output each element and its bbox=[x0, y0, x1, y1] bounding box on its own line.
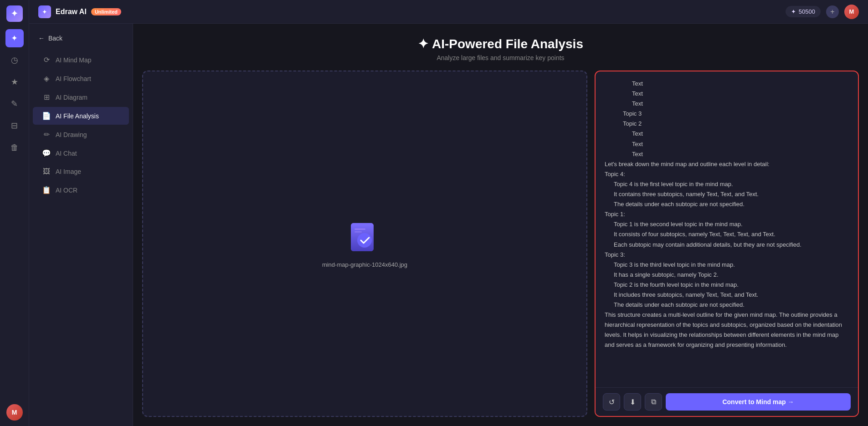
credits-value: 50500 bbox=[799, 8, 815, 15]
ai-mind-map-icon: ⟳ bbox=[42, 56, 51, 64]
page-subtitle: Analyze large files and summarize key po… bbox=[142, 54, 859, 61]
sidebar-item-ai-image[interactable]: 🖼 AI Image bbox=[33, 163, 129, 180]
icon-bar: ✦ ✦ ◷ ★ ✎ ⊟ 🗑 M bbox=[0, 0, 29, 426]
ai-ocr-icon: 📋 bbox=[42, 186, 51, 194]
sidebar-item-ai-file-analysis[interactable]: 📄 AI File Analysis bbox=[33, 107, 129, 125]
icon-bar-edit[interactable]: ✎ bbox=[5, 95, 24, 113]
back-button[interactable]: ← Back bbox=[29, 31, 133, 46]
result-line: Topic 1: bbox=[605, 209, 849, 219]
plus-button[interactable]: + bbox=[826, 5, 839, 18]
result-line: Topic 1 is the second level topic in the… bbox=[605, 219, 849, 229]
result-line: It has a single subtopic, namely Topic 2… bbox=[605, 270, 849, 280]
file-upload-icon bbox=[346, 219, 383, 256]
convert-button[interactable]: Convert to Mind map → bbox=[666, 393, 851, 411]
sidebar-item-ai-chat[interactable]: 💬 AI Chat bbox=[33, 144, 129, 162]
sidebar-item-ai-mind-map[interactable]: ⟳ AI Mind Map bbox=[33, 51, 129, 69]
brand-logo-icon: ✦ bbox=[38, 5, 51, 18]
result-line: Text bbox=[605, 139, 849, 149]
file-name-label: mind-map-graphic-1024x640.jpg bbox=[322, 261, 407, 268]
unlimited-badge: Unlimited bbox=[91, 8, 121, 15]
brand: ✦ Edraw AI Unlimited bbox=[38, 5, 121, 18]
ai-image-icon: 🖼 bbox=[42, 167, 51, 176]
top-header: ✦ Edraw AI Unlimited ✦ 50500 + M bbox=[29, 0, 868, 24]
file-icon-wrapper: mind-map-graphic-1024x640.jpg bbox=[322, 219, 407, 268]
user-avatar[interactable]: M bbox=[844, 5, 859, 19]
sidebar-item-ai-drawing[interactable]: ✏ AI Drawing bbox=[33, 126, 129, 143]
result-line: Text bbox=[605, 79, 849, 89]
page-header: ✦ AI-Powered File Analysis Analyze large… bbox=[133, 24, 868, 71]
icon-bar-layers[interactable]: ⊟ bbox=[5, 117, 24, 135]
svg-point-2 bbox=[357, 233, 372, 248]
sidebar-item-ai-ocr[interactable]: 📋 AI OCR bbox=[33, 181, 129, 199]
download-icon: ⬇ bbox=[630, 398, 636, 406]
main-container: ← Back ⟳ AI Mind Map ◈ AI Flowchart ⊞ AI… bbox=[29, 24, 868, 426]
result-line: Topic 3: bbox=[605, 250, 849, 260]
result-actions: ↺ ⬇ ⧉ Convert to Mind map → bbox=[596, 387, 858, 416]
app-logo-icon: ✦ bbox=[6, 5, 23, 22]
credits-icon: ✦ bbox=[791, 8, 796, 15]
result-line: It includes three subtopics, namely Text… bbox=[605, 290, 849, 300]
result-line: Each subtopic may contain additional det… bbox=[605, 240, 849, 250]
ai-file-analysis-icon: 📄 bbox=[42, 112, 51, 120]
download-button[interactable]: ⬇ bbox=[624, 393, 641, 411]
result-line: It consists of four subtopics, namely Te… bbox=[605, 229, 849, 239]
sidebar-item-ai-flowchart[interactable]: ◈ AI Flowchart bbox=[33, 70, 129, 87]
credits-display: ✦ 50500 bbox=[786, 6, 821, 17]
result-line: Topic 4: bbox=[605, 169, 849, 179]
copy-icon: ⧉ bbox=[651, 398, 656, 406]
main-panels: mind-map-graphic-1024x640.jpg TextTextTe… bbox=[133, 71, 868, 426]
icon-bar-ai-tools[interactable]: ✦ bbox=[5, 29, 24, 47]
brand-name: Edraw AI bbox=[56, 8, 87, 16]
file-panel[interactable]: mind-map-graphic-1024x640.jpg bbox=[142, 71, 587, 417]
result-line: Text bbox=[605, 129, 849, 139]
sidebar-item-ai-diagram[interactable]: ⊞ AI Diagram bbox=[33, 88, 129, 106]
result-line: This structure creates a multi-level out… bbox=[605, 310, 849, 350]
ai-chat-icon: 💬 bbox=[42, 149, 51, 157]
sidebar: ← Back ⟳ AI Mind Map ◈ AI Flowchart ⊞ AI… bbox=[29, 24, 133, 426]
ai-flowchart-icon: ◈ bbox=[42, 74, 51, 83]
result-line: Topic 3 bbox=[605, 109, 849, 119]
copy-button[interactable]: ⧉ bbox=[645, 393, 662, 411]
page-title: ✦ AI-Powered File Analysis bbox=[142, 36, 859, 51]
result-line: Topic 3 is the third level topic in the … bbox=[605, 260, 849, 270]
result-line: Topic 2 bbox=[605, 119, 849, 129]
result-line: Text bbox=[605, 89, 849, 99]
icon-bar-history[interactable]: ◷ bbox=[5, 51, 24, 69]
icon-bar-favorites[interactable]: ★ bbox=[5, 73, 24, 91]
refresh-button[interactable]: ↺ bbox=[603, 393, 620, 411]
result-line: Text bbox=[605, 99, 849, 109]
result-content[interactable]: TextTextTextTopic 3Topic 2TextTextTextLe… bbox=[596, 71, 858, 387]
result-line: Let's break down the mind map and outlin… bbox=[605, 159, 849, 169]
result-panel: TextTextTextTopic 3Topic 2TextTextTextLe… bbox=[595, 71, 859, 417]
ai-drawing-icon: ✏ bbox=[42, 130, 51, 139]
result-line: It contains three subtopics, namely Text… bbox=[605, 189, 849, 199]
result-line: Topic 4 is the first level topic in the … bbox=[605, 179, 849, 189]
svg-rect-4 bbox=[354, 231, 362, 233]
svg-rect-3 bbox=[354, 228, 365, 230]
icon-bar-trash[interactable]: 🗑 bbox=[5, 138, 24, 157]
result-line: The details under each subtopic are not … bbox=[605, 300, 849, 310]
result-line: The details under each subtopic are not … bbox=[605, 199, 849, 209]
back-arrow-icon: ← bbox=[38, 35, 45, 42]
header-right: ✦ 50500 + M bbox=[786, 5, 859, 19]
ai-diagram-icon: ⊞ bbox=[42, 93, 51, 101]
content-area: ✦ AI-Powered File Analysis Analyze large… bbox=[133, 24, 868, 426]
refresh-icon: ↺ bbox=[609, 398, 615, 406]
result-line: Topic 2 is the fourth level topic in the… bbox=[605, 280, 849, 290]
title-sparkle-icon: ✦ bbox=[418, 36, 428, 51]
result-line: Text bbox=[605, 149, 849, 159]
icon-bar-avatar[interactable]: M bbox=[6, 404, 23, 421]
